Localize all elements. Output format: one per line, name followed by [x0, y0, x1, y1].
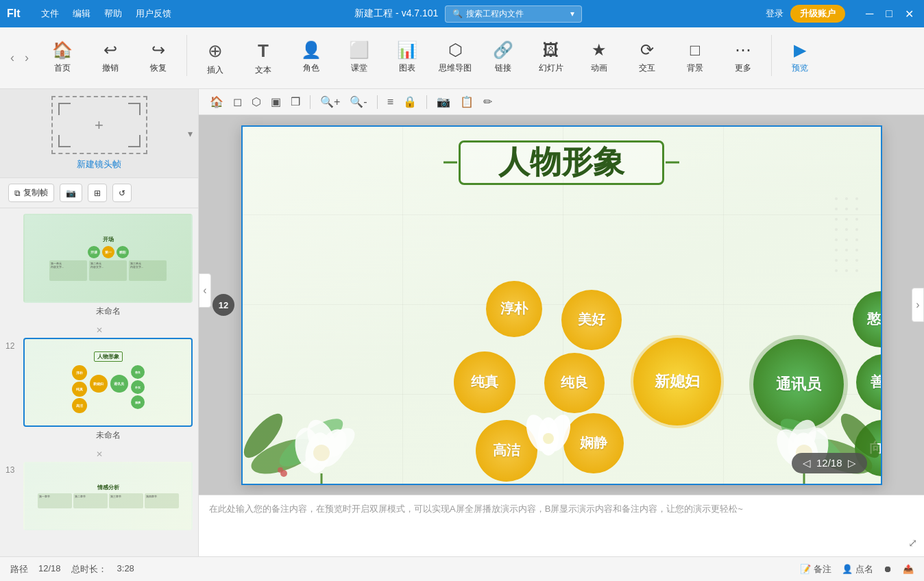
maximize-button[interactable]: □ — [882, 8, 896, 21]
toolbar-link[interactable]: 🔗 链接 — [480, 35, 526, 82]
ct-square-icon[interactable]: ◻ — [230, 94, 245, 110]
nav-forward-button[interactable]: › — [21, 51, 32, 65]
list-item: 12 人物形象 淳朴 纯真 高洁 新媳妇 — [5, 338, 193, 441]
ct-zoom-out-icon[interactable]: 🔍- — [347, 94, 369, 110]
svg-point-11 — [855, 228, 858, 231]
slide-canvas[interactable]: 人物形象 — [241, 125, 882, 485]
thumb-center-group: 新媳妇 — [90, 365, 108, 413]
ct-camera-icon[interactable]: 📷 — [434, 94, 453, 110]
toolbar-insert[interactable]: ⊕ 插入 — [192, 35, 239, 82]
nav-back-button[interactable]: ‹ — [7, 51, 18, 65]
notes-expand-icon[interactable]: ⤢ — [908, 536, 917, 549]
share-button[interactable]: 📤 — [903, 564, 914, 574]
ct-grid-icon[interactable]: ▣ — [268, 94, 284, 110]
list-item: 开场 开课 第一 精彩 第一单元内容文字... 第二单元内容文字... 第三单元… — [5, 214, 193, 317]
circle-chunzhen[interactable]: 纯真 — [454, 351, 515, 413]
minimize-button[interactable]: ─ — [862, 8, 877, 21]
redo-label: 恢复 — [150, 62, 167, 74]
new-frame-placeholder[interactable]: + — [51, 96, 147, 154]
thumb-rows: 第一单元内容文字... 第二单元内容文字... 第三单元内容文字... — [49, 260, 167, 281]
sidebar: + 新建镜头帧 ▾ ⧉ 复制帧 📷 ⊞ ↺ — [0, 89, 199, 556]
ct-align-icon[interactable]: ≡ — [385, 95, 396, 110]
ct-zoom-in-icon[interactable]: 🔍+ — [317, 94, 343, 110]
toolbar: ‹ › 🏠 首页 ↩ 撤销 ↪ 恢复 ⊕ 插入 T 文本 👤 角色 ⬜ — [0, 27, 924, 89]
toolbar-preview[interactable]: ▶ 预览 — [777, 35, 823, 82]
circle-meihao[interactable]: 美好 — [561, 290, 622, 350]
text-icon: T — [258, 40, 269, 62]
toolbar-slideshow[interactable]: 🖼 幻灯片 — [528, 35, 574, 82]
collapse-sidebar-button[interactable]: ‹ — [199, 273, 211, 308]
menu-feedback[interactable]: 用户反馈 — [136, 8, 171, 20]
circle-chunliang[interactable]: 纯良 — [544, 353, 605, 413]
toolbar-classroom[interactable]: ⬜ 课堂 — [336, 35, 382, 82]
toolbar-divider-2 — [771, 35, 772, 76]
slide-thumb-11[interactable]: 开场 开课 第一 精彩 第一单元内容文字... 第二单元内容文字... 第三单元… — [23, 214, 193, 303]
circle-chunpu[interactable]: 淳朴 — [486, 281, 542, 337]
ct-edit-icon[interactable]: ✏ — [481, 94, 495, 110]
toolbar-home[interactable]: 🏠 首页 — [39, 35, 86, 82]
svg-point-1 — [845, 197, 848, 200]
loop-button[interactable]: ↺ — [112, 184, 132, 202]
slide-separator-2: ✕ — [5, 449, 193, 459]
circle-xinxifu[interactable]: 新媳妇 — [633, 338, 721, 425]
toolbar-more[interactable]: ⋯ 更多 — [720, 35, 766, 82]
progress-indicator: ◁ 12/18 ▷ — [792, 453, 867, 473]
thumb-circle-y3: 高洁 — [72, 398, 87, 413]
duration-value: 3:28 — [117, 563, 134, 576]
close-button[interactable]: ✕ — [901, 8, 917, 21]
ct-lock-icon[interactable]: 🔒 — [400, 94, 420, 110]
upgrade-button[interactable]: 升级账户 — [790, 5, 845, 23]
toolbar-items: 🏠 首页 ↩ 撤销 ↪ 恢复 ⊕ 插入 T 文本 👤 角色 ⬜ 课堂 📊 — [39, 35, 823, 82]
layout-icon: ⊞ — [94, 188, 101, 198]
menu-help[interactable]: 帮助 — [104, 8, 122, 20]
search-bar[interactable]: 🔍 搜索工程内文件 ▾ — [445, 5, 582, 23]
lily-center — [521, 412, 576, 463]
toolbar-text[interactable]: T 文本 — [240, 35, 287, 82]
circle-hanhou[interactable]: 憨厚 — [853, 291, 882, 347]
svg-point-9 — [835, 228, 838, 231]
roll-call-icon: 👤 — [842, 564, 853, 574]
notes-button[interactable]: 📝 备注 — [800, 563, 831, 576]
screenshot-button[interactable]: 📷 — [60, 184, 82, 202]
login-button[interactable]: 登录 — [766, 8, 783, 20]
progress-next-icon[interactable]: ▷ — [848, 457, 856, 469]
menu-edit[interactable]: 编辑 — [73, 8, 90, 20]
slide-thumb-12[interactable]: 人物形象 淳朴 纯真 高洁 新媳妇 通讯员 — [23, 338, 193, 427]
toolbar-redo[interactable]: ↪ 恢复 — [135, 35, 182, 82]
toolbar-interact[interactable]: ⟳ 交互 — [624, 35, 670, 82]
thumb-title-13: 情感分析 — [97, 484, 119, 491]
progress-prev-icon[interactable]: ◁ — [803, 457, 811, 469]
expand-right-panel-button[interactable]: › — [912, 288, 924, 322]
character-label: 角色 — [303, 62, 319, 74]
ct-hex-icon[interactable]: ⬡ — [249, 94, 264, 110]
thumb-cell: 第四章节 — [145, 493, 179, 508]
notes-placeholder[interactable]: 在此处输入您的备注内容，在预览时开启双屏模式，可以实现A屏全屏播放演示内容，B屏… — [209, 502, 743, 517]
thumb-row: 第三单元内容文字... — [129, 260, 167, 281]
svg-point-20 — [855, 259, 858, 262]
menu-file[interactable]: 文件 — [41, 8, 59, 20]
thumb-main-yellow: 新媳妇 — [90, 375, 108, 393]
toolbar-background[interactable]: □ 背景 — [672, 35, 718, 82]
toolbar-mindmap[interactable]: ⬡ 思维导图 — [432, 35, 478, 82]
slide-item-11[interactable]: 开场 开课 第一 精彩 第一单元内容文字... 第二单元内容文字... 第三单元… — [23, 214, 193, 317]
slide-item-12[interactable]: 人物形象 淳朴 纯真 高洁 新媳妇 通讯员 — [23, 338, 193, 441]
copy-frame-button[interactable]: ⧉ 复制帧 — [8, 184, 54, 202]
search-dropdown-icon[interactable]: ▾ — [570, 9, 574, 18]
ct-layers-icon[interactable]: ❒ — [288, 94, 303, 110]
roll-call-button[interactable]: 👤 点名 — [842, 563, 873, 576]
sidebar-scroll-arrow[interactable]: ▾ — [188, 128, 193, 139]
record-button[interactable]: ⏺ — [884, 564, 892, 574]
toolbar-animation[interactable]: ★ 动画 — [576, 35, 622, 82]
statusbar: 路径 12/18 总时长： 3:28 📝 备注 👤 点名 ⏺ 📤 — [0, 556, 924, 581]
ct-clipboard-icon[interactable]: 📋 — [457, 94, 476, 110]
toolbar-undo[interactable]: ↩ 撤销 — [87, 35, 134, 82]
ct-separator-3 — [426, 95, 427, 109]
ct-home-icon[interactable]: 🏠 — [207, 94, 226, 110]
slide-thumb-13[interactable]: 情感分析 第一章节 第二章节 第三章节 第四章节 — [23, 462, 193, 530]
toolbar-character[interactable]: 👤 角色 — [288, 35, 335, 82]
link-icon: 🔗 — [493, 40, 513, 60]
toolbar-chart[interactable]: 📊 图表 — [384, 35, 430, 82]
new-frame-label[interactable]: 新建镜头帧 — [77, 158, 121, 171]
layout-button[interactable]: ⊞ — [88, 184, 107, 202]
slide-item-13[interactable]: 情感分析 第一章节 第二章节 第三章节 第四章节 — [23, 462, 193, 530]
